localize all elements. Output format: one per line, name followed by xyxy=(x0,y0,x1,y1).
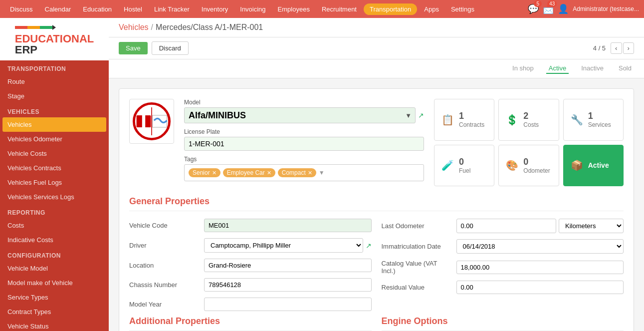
immatriculation-label: Immatriculation Date xyxy=(382,243,451,250)
prev-button[interactable]: ‹ xyxy=(611,42,622,54)
stat-fuel[interactable]: 🧪 0 Fuel xyxy=(434,145,494,187)
status-tabs: In shop Active Inactive Sold xyxy=(109,59,644,78)
tag-senior: Senior ✕ xyxy=(189,168,220,177)
nav-invoicing[interactable]: Invoicing xyxy=(235,3,270,15)
tag-compact: Compact ✕ xyxy=(278,168,316,177)
user-icon[interactable]: 👤 xyxy=(558,3,569,14)
license-plate-input[interactable] xyxy=(184,137,424,151)
model-field-row: Model Alfa/MINIBUS ▼ ↗ xyxy=(184,99,424,123)
breadcrumb-parent[interactable]: Vehicles xyxy=(119,23,149,32)
sidebar-item-vehicles-fuel-logs[interactable]: Vehicles Fuel Logs xyxy=(0,175,109,190)
residual-value-label: Residual Value xyxy=(382,284,451,291)
residual-value-value xyxy=(456,281,624,294)
svg-rect-2 xyxy=(40,26,52,29)
driver-select[interactable]: Camptocamp, Phillipp Miller xyxy=(204,238,363,253)
tab-in-shop[interactable]: In shop xyxy=(510,63,536,74)
section-title-configuration: Configuration xyxy=(0,247,109,261)
sidebar-item-vehicles-contracts[interactable]: Vehicles Contracts xyxy=(0,161,109,175)
contracts-count: 1 xyxy=(459,111,484,121)
breadcrumb-separator: / xyxy=(151,23,153,32)
driver-external-link-icon[interactable]: ↗ xyxy=(366,242,372,250)
nav-link-tracker[interactable]: Link Tracker xyxy=(149,3,195,15)
sidebar-item-vehicles[interactable]: Vehicles xyxy=(2,117,106,132)
nav-transportation[interactable]: Transportation xyxy=(364,3,417,15)
discuss-badge-wrap[interactable]: 💬 5 xyxy=(528,3,539,14)
nav-apps[interactable]: Apps xyxy=(419,3,444,15)
catalog-value-input[interactable] xyxy=(456,261,624,274)
fuel-icon: 🧪 xyxy=(441,159,454,171)
sidebar-item-model-make[interactable]: Model make of Vehicle xyxy=(0,276,109,290)
next-button[interactable]: › xyxy=(623,42,634,54)
model-year-input[interactable] xyxy=(204,298,372,311)
stat-active[interactable]: 📦 Active xyxy=(563,145,624,187)
model-select[interactable]: Alfa/MINIBUS xyxy=(184,107,416,123)
model-external-link-icon[interactable]: ↗ xyxy=(418,111,424,119)
engine-options-title: Engine Options xyxy=(382,316,624,331)
page-indicator: 4 / 5 xyxy=(593,44,606,52)
bottom-sections: Additional Properties Engine Options xyxy=(129,316,624,331)
main-content: Vehicles / Mercedes/Class A/1-MER-001 Sa… xyxy=(109,18,644,331)
logo: EDUCATIONAL ERP xyxy=(0,18,109,60)
nav-settings[interactable]: Settings xyxy=(446,3,479,15)
sidebar-item-route[interactable]: Route xyxy=(0,74,109,89)
vehicle-code-input[interactable] xyxy=(204,219,372,232)
sidebar-item-vehicle-model[interactable]: Vehicle Model xyxy=(0,261,109,276)
messages-badge-wrap[interactable]: 📩 43 xyxy=(543,3,554,14)
nav-inventory[interactable]: Inventory xyxy=(197,3,233,15)
sidebar-item-contract-types[interactable]: Contract Types xyxy=(0,305,109,319)
sidebar-item-service-types[interactable]: Service Types xyxy=(0,290,109,305)
location-input[interactable] xyxy=(204,259,372,272)
nav-calendar[interactable]: Calendar xyxy=(40,3,76,15)
driver-label: Driver xyxy=(129,242,199,249)
immatriculation-date-select[interactable]: 06/14/2018 xyxy=(456,239,624,254)
tag-employee-car-remove[interactable]: ✕ xyxy=(267,170,271,176)
sidebar-item-vehicles-odometer[interactable]: Vehicles Odometer xyxy=(0,132,109,146)
messages-count: 43 xyxy=(547,0,557,7)
fuel-count: 0 xyxy=(459,157,470,167)
form-left: Vehicle Code Driver Camptocamp, Phillipp… xyxy=(129,219,372,311)
tag-senior-remove[interactable]: ✕ xyxy=(212,170,216,176)
section-title-reporting: Reporting xyxy=(0,204,109,218)
sidebar: EDUCATIONAL ERP Transportation Route Sta… xyxy=(0,18,109,331)
form-area: Model Alfa/MINIBUS ▼ ↗ xyxy=(109,78,644,331)
form-card: Model Alfa/MINIBUS ▼ ↗ xyxy=(119,88,634,331)
chassis-input[interactable] xyxy=(204,278,372,292)
save-button[interactable]: Save xyxy=(119,42,148,54)
nav-employees[interactable]: Employees xyxy=(273,3,315,15)
toolbar-pagination: 4 / 5 ‹ › xyxy=(593,42,634,54)
sidebar-item-stage[interactable]: Stage xyxy=(0,89,109,103)
stat-costs[interactable]: 💲 2 Costs xyxy=(498,99,559,141)
sidebar-item-costs[interactable]: Costs xyxy=(0,218,109,233)
nav-hostel[interactable]: Hostel xyxy=(119,3,147,15)
tab-sold[interactable]: Sold xyxy=(616,63,634,74)
sidebar-item-vehicles-services-logs[interactable]: Vehicles Services Logs xyxy=(0,190,109,204)
stat-odometer[interactable]: 🎨 0 Odometer xyxy=(498,145,559,187)
admin-label[interactable]: Administrator (testcase... xyxy=(573,5,639,12)
fuel-label: Fuel xyxy=(459,167,470,174)
stat-contracts[interactable]: 📋 1 Contracts xyxy=(434,99,494,141)
odometer-unit-select[interactable]: Kilometers Miles xyxy=(559,219,624,233)
tab-active[interactable]: Active xyxy=(546,63,569,74)
tag-compact-remove[interactable]: ✕ xyxy=(308,170,312,176)
residual-value-input[interactable] xyxy=(456,281,624,294)
tab-inactive[interactable]: Inactive xyxy=(579,63,606,74)
content-header: Vehicles / Mercedes/Class A/1-MER-001 xyxy=(109,18,644,37)
sidebar-item-vehicle-status[interactable]: Vehicle Status xyxy=(0,319,109,331)
tags-field[interactable]: Senior ✕ Employee Car ✕ Compact ✕ xyxy=(184,164,424,181)
immatriculation-value: 06/14/2018 xyxy=(456,239,624,254)
logo-text: EDUCATIONAL ERP xyxy=(15,33,94,55)
last-odometer-input[interactable] xyxy=(456,219,557,233)
nav-education[interactable]: Education xyxy=(78,3,117,15)
odometer-input-group: Kilometers Miles xyxy=(456,219,624,233)
tag-employee-car: Employee Car ✕ xyxy=(223,168,275,177)
nav-discuss[interactable]: Discuss xyxy=(5,3,38,15)
sidebar-item-indicative-costs[interactable]: Indicative Costs xyxy=(0,233,109,247)
discard-button[interactable]: Discard xyxy=(152,41,189,55)
tags-dropdown-arrow[interactable]: ▼ xyxy=(319,169,325,176)
stat-services[interactable]: 🔧 1 Services xyxy=(563,99,624,141)
odometer-count: 0 xyxy=(523,157,550,167)
sidebar-item-vehicle-costs[interactable]: Vehicle Costs xyxy=(0,146,109,161)
active-icon: 📦 xyxy=(571,159,583,171)
general-properties-grid: Vehicle Code Driver Camptocamp, Phillipp… xyxy=(129,219,624,311)
nav-recruitment[interactable]: Recruitment xyxy=(317,3,362,15)
